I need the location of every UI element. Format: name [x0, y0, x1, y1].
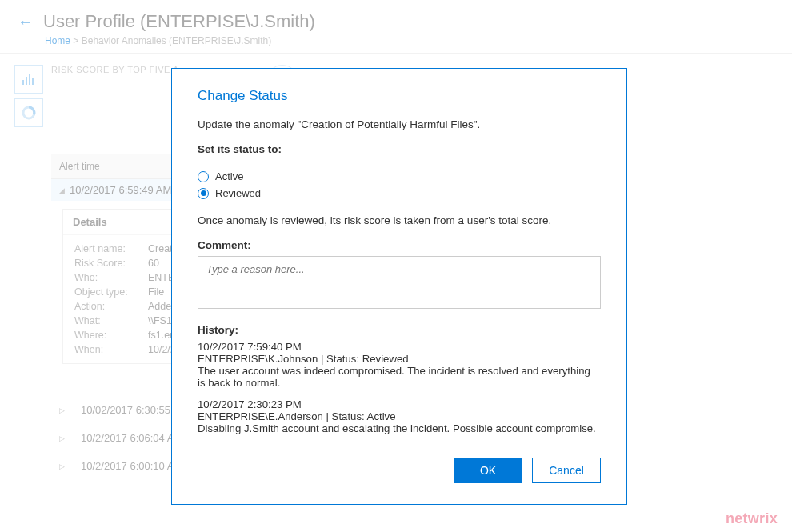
lbl-risk-score: Risk Score: — [74, 258, 148, 269]
page-title: User Profile (ENTERPISE\J.Smith) — [43, 11, 315, 32]
comment-label: Comment: — [198, 239, 601, 251]
history-label: History: — [198, 324, 601, 336]
bar-chart-icon[interactable] — [14, 65, 43, 94]
radio-reviewed-label: Reviewed — [215, 187, 261, 199]
history-item: 10/2/2017 7:59:40 PM ENTERPRISE\K.Johnso… — [198, 341, 598, 389]
row-expand-icon[interactable]: ▷ — [59, 434, 65, 442]
lbl-where: Where: — [74, 330, 148, 341]
history-item: 10/2/2017 2:30:23 PM ENTERPRISE\E.Anders… — [198, 398, 598, 434]
comment-input[interactable] — [198, 256, 601, 309]
radio-active[interactable]: Active — [198, 168, 601, 185]
cancel-button[interactable]: Cancel — [532, 458, 601, 483]
svg-rect-2 — [29, 74, 30, 85]
donut-chart-icon[interactable] — [14, 98, 43, 127]
lbl-action: Action: — [74, 301, 148, 312]
svg-rect-0 — [22, 80, 24, 85]
radio-icon-selected — [198, 188, 209, 199]
row-expand-icon[interactable]: ◢ — [59, 186, 65, 194]
lbl-alert-name: Alert name: — [74, 243, 148, 254]
row-expand-icon[interactable]: ▷ — [59, 462, 65, 470]
radio-icon — [198, 171, 209, 182]
history-list[interactable]: 10/2/2017 7:59:40 PM ENTERPRISE\K.Johnso… — [198, 341, 601, 440]
modal-title: Change Status — [198, 88, 601, 104]
ok-button[interactable]: OK — [454, 458, 522, 483]
svg-rect-1 — [26, 77, 27, 85]
change-status-modal: Change Status Update the anomaly "Creati… — [171, 68, 627, 505]
history-timestamp: 10/2/2017 2:30:23 PM — [198, 398, 598, 410]
breadcrumb-current: Behavior Anomalies (ENTERPRISE\J.Smith) — [82, 35, 271, 46]
history-timestamp: 10/2/2017 7:59:40 PM — [198, 341, 598, 353]
breadcrumb-sep: > — [73, 35, 78, 46]
history-meta: ENTERPRISE\E.Anderson | Status: Active — [198, 410, 598, 422]
radio-active-label: Active — [215, 170, 243, 182]
lbl-what: What: — [74, 315, 148, 326]
breadcrumb: Home > Behavior Anomalies (ENTERPRISE\J.… — [45, 35, 774, 46]
modal-prompt: Update the anomaly "Creation of Potentia… — [198, 118, 601, 130]
radio-reviewed[interactable]: Reviewed — [198, 185, 601, 202]
history-meta: ENTERPRISE\K.Johnson | Status: Reviewed — [198, 353, 598, 365]
page-header: ← User Profile (ENTERPISE\J.Smith) Home … — [0, 0, 792, 54]
lbl-when: When: — [74, 344, 148, 355]
brand-logo: netwrix — [726, 510, 778, 527]
svg-rect-3 — [32, 78, 34, 85]
history-message: The user account was indeed compromised.… — [198, 365, 598, 389]
lbl-who: Who: — [74, 272, 148, 283]
lbl-object-type: Object type: — [74, 286, 148, 298]
history-message: Disabling J.Smith account and escalating… — [198, 422, 598, 434]
breadcrumb-home[interactable]: Home — [45, 35, 70, 46]
status-label: Set its status to: — [198, 143, 601, 155]
back-arrow-icon[interactable]: ← — [18, 13, 34, 31]
row-expand-icon[interactable]: ▷ — [59, 406, 65, 414]
modal-note: Once anomaly is reviewed, its risk score… — [198, 214, 601, 226]
